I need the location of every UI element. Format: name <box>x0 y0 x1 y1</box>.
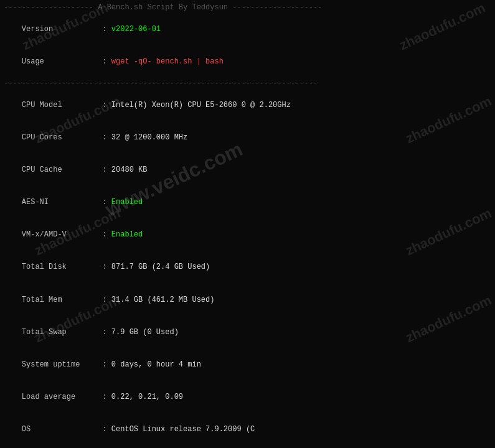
cpu-cores-line: CPU Cores : 32 @ 1200.000 MHz <box>4 121 491 154</box>
os-value: CentOS Linux release 7.9.2009 (C <box>111 425 255 434</box>
mem-line: Total Mem : 31.4 GB (461.2 MB Used) <box>4 284 491 316</box>
header-line: -------------------- A Bench.sh Script B… <box>4 2 491 13</box>
load-value: 0.22, 0.21, 0.09 <box>111 393 183 401</box>
terminal: -------------------- A Bench.sh Script B… <box>0 0 495 448</box>
disk-value: 871.7 GB (2.4 GB Used) <box>111 263 210 271</box>
swap-value: 7.9 GB (0 Used) <box>111 328 179 337</box>
aes-ni-value: Enabled <box>111 198 143 207</box>
cpu-cache-value: 20480 KB <box>111 166 148 174</box>
usage-line: Usage : wget -qO- bench.sh | bash <box>4 46 491 78</box>
sep1: ----------------------------------------… <box>4 78 491 89</box>
load-line: Load average : 0.22, 0.21, 0.09 <box>4 381 491 414</box>
cpu-cores-value: 32 @ 1200.000 MHz <box>111 133 187 142</box>
usage-value: wget -qO- bench.sh | bash <box>111 57 224 66</box>
cpu-model-line: CPU Model : Intel(R) Xeon(R) CPU E5-2660… <box>4 89 491 121</box>
uptime-line: System uptime : 0 days, 0 hour 4 min <box>4 349 491 381</box>
version-line: Version : v2022-06-01 <box>4 13 491 45</box>
uptime-value: 0 days, 0 hour 4 min <box>111 360 201 369</box>
aes-ni-line: AES-NI : Enabled <box>4 187 491 219</box>
version-value: v2022-06-01 <box>111 25 161 34</box>
vm-line: VM-x/AMD-V : Enabled <box>4 219 491 251</box>
version-label: Version <box>22 25 103 34</box>
os-line: OS : CentOS Linux release 7.9.2009 (C <box>4 414 491 446</box>
vm-value: Enabled <box>111 230 143 239</box>
usage-label: Usage <box>22 57 103 66</box>
mem-value: 31.4 GB (461.2 MB Used) <box>111 296 215 304</box>
cpu-model-value: Intel(R) Xeon(R) CPU E5-2660 0 @ 2.20GHz <box>111 101 291 110</box>
cpu-cache-line: CPU Cache : 20480 KB <box>4 154 491 186</box>
disk-line: Total Disk : 871.7 GB (2.4 GB Used) <box>4 251 491 284</box>
swap-line: Total Swap : 7.9 GB (0 Used) <box>4 316 491 348</box>
